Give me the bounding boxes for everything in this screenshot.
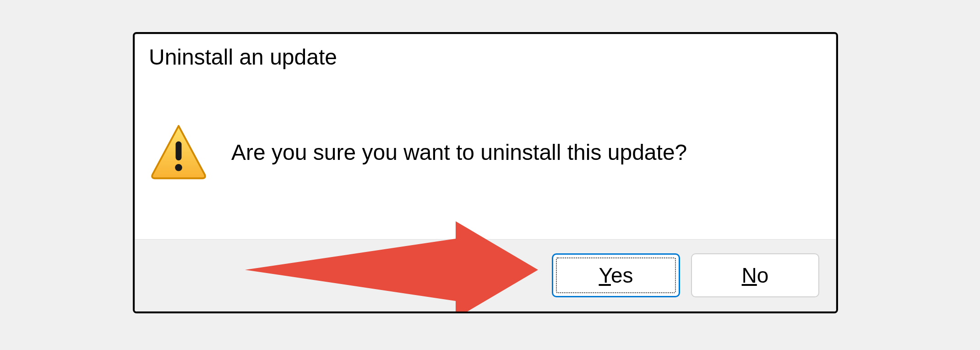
no-button-accel: N bbox=[742, 263, 757, 287]
yes-button-rest: es bbox=[611, 263, 633, 287]
yes-button-accel: Y bbox=[599, 263, 610, 287]
dialog-message: Are you sure you want to uninstall this … bbox=[231, 140, 687, 165]
dialog-frame: Uninstall an update Are you sure you wan bbox=[133, 32, 838, 313]
dialog-header: Uninstall an update bbox=[135, 34, 836, 74]
dialog-footer: Yes No bbox=[135, 239, 836, 311]
svg-rect-0 bbox=[176, 142, 182, 161]
uninstall-update-dialog: Uninstall an update Are you sure you wan bbox=[135, 34, 836, 312]
dialog-body: Are you sure you want to uninstall this … bbox=[135, 74, 836, 239]
svg-point-1 bbox=[175, 164, 182, 171]
no-button[interactable]: No bbox=[691, 253, 819, 297]
dialog-title: Uninstall an update bbox=[149, 44, 822, 70]
no-button-rest: o bbox=[757, 263, 769, 287]
yes-button[interactable]: Yes bbox=[552, 253, 680, 297]
warning-icon bbox=[149, 122, 208, 182]
